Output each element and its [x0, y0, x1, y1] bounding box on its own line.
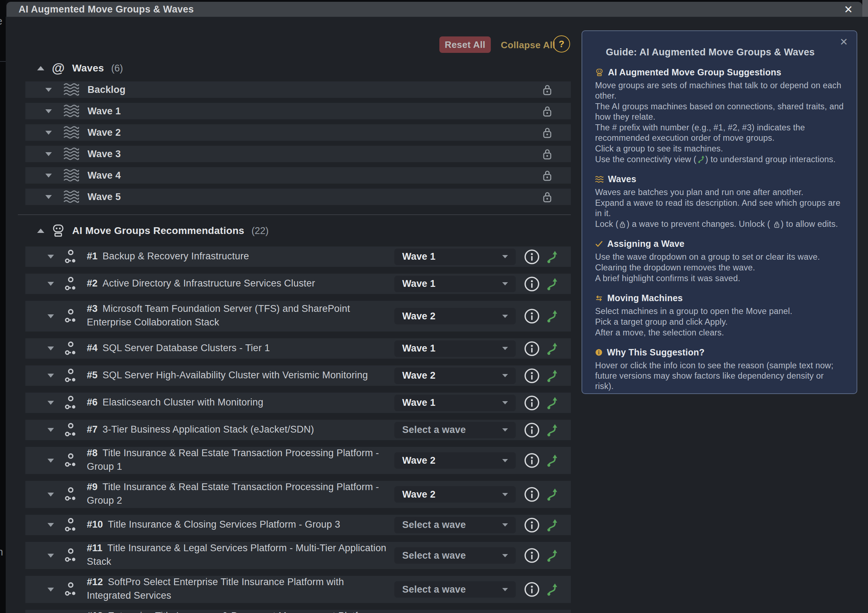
- unlock-icon[interactable]: [541, 84, 553, 96]
- group-expand-chevron[interactable]: [48, 374, 54, 377]
- wave-select-value: Wave 1: [402, 397, 436, 408]
- group-row[interactable]: #3Microsoft Team Foundation Server (TFS)…: [25, 301, 571, 332]
- connectivity-icon[interactable]: [546, 341, 558, 356]
- wave-icon: [63, 104, 80, 118]
- collapse-all-button[interactable]: Collapse All: [501, 38, 555, 52]
- guide-section-heading-text: Why This Suggestion?: [607, 347, 704, 358]
- wave-select-dropdown[interactable]: Wave 1: [394, 248, 516, 265]
- group-expand-chevron[interactable]: [48, 346, 54, 351]
- connectivity-icon[interactable]: [546, 518, 558, 532]
- wave-row[interactable]: Backlog: [25, 81, 571, 98]
- group-expand-chevron[interactable]: [48, 255, 54, 259]
- connectivity-icon[interactable]: [546, 250, 558, 264]
- group-expand-chevron[interactable]: [48, 459, 54, 462]
- help-button[interactable]: ?: [553, 36, 570, 53]
- wave-select-value: Wave 2: [402, 370, 436, 381]
- connectivity-icon[interactable]: [546, 369, 558, 383]
- connectivity-icon[interactable]: [546, 309, 558, 323]
- unlock-icon[interactable]: [541, 148, 553, 160]
- wave-select-dropdown[interactable]: Wave 2: [394, 452, 516, 469]
- move-group-icon: [63, 548, 78, 563]
- info-icon[interactable]: [524, 422, 540, 438]
- wave-row[interactable]: Wave 1: [25, 103, 571, 119]
- group-row[interactable]: #12SoftPro Select Enterprise Title Insur…: [25, 576, 571, 603]
- wave-select-dropdown[interactable]: Wave 1: [394, 340, 516, 357]
- wave-select-dropdown[interactable]: Select a wave: [394, 547, 516, 564]
- wave-row[interactable]: Wave 5: [25, 189, 571, 205]
- underlying-page-edge: e n: [0, 0, 6, 613]
- group-expand-chevron[interactable]: [48, 401, 54, 405]
- connectivity-icon[interactable]: [546, 582, 558, 597]
- group-expand-chevron[interactable]: [48, 554, 54, 558]
- group-expand-chevron[interactable]: [48, 282, 54, 286]
- group-expand-chevron[interactable]: [48, 428, 54, 432]
- info-icon[interactable]: [524, 517, 540, 533]
- group-row[interactable]: #6Elasticsearch Cluster with Monitoring …: [25, 393, 571, 413]
- wave-row[interactable]: Wave 4: [25, 167, 571, 184]
- unlock-icon[interactable]: [541, 105, 553, 117]
- wave-select-dropdown[interactable]: Select a wave: [394, 517, 516, 533]
- waves-collapse-toggle[interactable]: [37, 66, 44, 70]
- info-icon[interactable]: [524, 368, 540, 384]
- group-expand-chevron[interactable]: [48, 523, 54, 527]
- wave-select-value: Wave 2: [402, 455, 436, 466]
- group-text: #5SQL Server High-Availability Cluster w…: [87, 369, 394, 383]
- wave-select-dropdown[interactable]: Wave 1: [394, 276, 516, 292]
- guide-close-button[interactable]: ✕: [840, 36, 848, 48]
- wave-row[interactable]: Wave 2: [25, 124, 571, 141]
- wave-select-dropdown[interactable]: Wave 1: [394, 395, 516, 411]
- group-row[interactable]: #2Active Directory & Infrastructure Serv…: [25, 274, 571, 294]
- info-icon[interactable]: [524, 308, 540, 324]
- wave-expand-chevron[interactable]: [45, 109, 52, 113]
- modal-close-button[interactable]: ✕: [840, 2, 857, 17]
- wave-select-dropdown[interactable]: Select a wave: [394, 581, 516, 597]
- connectivity-icon[interactable]: [546, 423, 558, 437]
- group-row[interactable]: #73-Tier Business Application Stack (eJa…: [25, 420, 571, 440]
- group-expand-chevron[interactable]: [48, 588, 54, 591]
- wave-select-dropdown[interactable]: Select a wave: [394, 422, 516, 438]
- unlock-icon[interactable]: [541, 191, 553, 203]
- group-row[interactable]: #1Backup & Recovery Infrastructure Wave …: [25, 247, 571, 267]
- unlock-icon[interactable]: [541, 126, 553, 139]
- info-icon[interactable]: [524, 581, 540, 597]
- move-group-icon: [63, 422, 78, 438]
- groups-collapse-toggle[interactable]: [37, 229, 44, 233]
- wave-expand-chevron[interactable]: [45, 88, 52, 92]
- group-row[interactable]: #8Title Insurance & Real Estate Transact…: [25, 447, 571, 474]
- wave-select-dropdown[interactable]: Wave 2: [394, 368, 516, 384]
- wave-row[interactable]: Wave 3: [25, 146, 571, 162]
- group-row[interactable]: #4SQL Server Database Clusters - Tier 1 …: [25, 338, 571, 358]
- group-expand-chevron[interactable]: [48, 314, 54, 318]
- group-row[interactable]: #13Enterprise Title Insurance & Document…: [25, 610, 571, 613]
- group-number: #6: [87, 397, 98, 408]
- info-icon[interactable]: [524, 452, 540, 469]
- connectivity-icon[interactable]: [546, 277, 558, 291]
- group-row[interactable]: #10Title Insurance & Closing Services Pl…: [25, 515, 571, 535]
- info-icon[interactable]: [524, 340, 540, 357]
- info-icon[interactable]: [524, 486, 540, 503]
- reset-all-button[interactable]: Reset All: [439, 36, 491, 53]
- wave-expand-chevron[interactable]: [45, 174, 52, 177]
- group-row[interactable]: #5SQL Server High-Availability Cluster w…: [25, 365, 571, 386]
- connectivity-icon[interactable]: [546, 487, 558, 501]
- info-icon[interactable]: [524, 248, 540, 265]
- guide-section-body: Hover or click the info icon to see the …: [595, 360, 844, 391]
- connectivity-icon[interactable]: [546, 548, 558, 563]
- move-group-icon: [63, 517, 78, 533]
- wave-select-dropdown[interactable]: Wave 2: [394, 308, 516, 324]
- info-icon[interactable]: [524, 276, 540, 292]
- move-group-icon: [63, 249, 78, 265]
- connectivity-icon[interactable]: [546, 453, 558, 468]
- group-expand-chevron[interactable]: [48, 493, 54, 497]
- wave-expand-chevron[interactable]: [45, 195, 52, 199]
- info-icon[interactable]: [524, 547, 540, 564]
- wave-expand-chevron[interactable]: [45, 131, 52, 135]
- group-row[interactable]: #11Title Insurance & Legal Services Plat…: [25, 542, 571, 569]
- wave-expand-chevron[interactable]: [45, 152, 52, 156]
- info-icon[interactable]: [524, 395, 540, 411]
- unlock-icon[interactable]: [541, 169, 553, 182]
- wave-select-dropdown[interactable]: Wave 2: [394, 486, 516, 503]
- connectivity-icon[interactable]: [546, 396, 558, 410]
- group-title: SoftPro Select Enterprise Title Insuranc…: [87, 577, 344, 601]
- group-row[interactable]: #9Title Insurance & Real Estate Transact…: [25, 481, 571, 508]
